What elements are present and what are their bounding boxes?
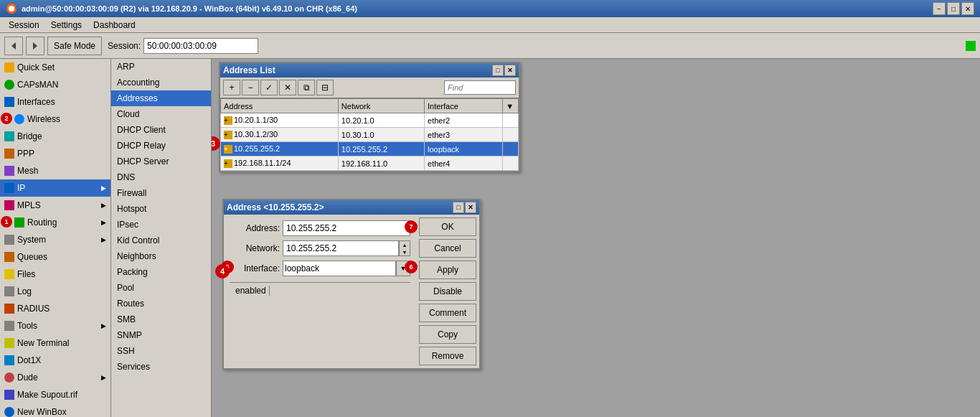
row-status-icon: +: [224, 159, 232, 168]
submenu-pool[interactable]: Pool: [111, 280, 211, 296]
submenu-ssh[interactable]: SSH: [111, 343, 211, 359]
content-area: 3 Address List □ ✕ + − ✓ ✕ ⧉ ⊟: [212, 59, 980, 417]
sidebar-item-new-winbox[interactable]: New WinBox: [0, 403, 110, 417]
menu-bar: Session Settings Dashboard: [0, 17, 980, 33]
submenu-cloud[interactable]: Cloud: [111, 106, 211, 122]
sidebar-item-dude[interactable]: Dude ▶: [0, 369, 110, 386]
address-label: Address:: [230, 223, 280, 233]
sidebar-item-quick-set[interactable]: Quick Set: [0, 59, 110, 76]
submenu-routes[interactable]: Routes: [111, 296, 211, 311]
maximize-button[interactable]: □: [947, 2, 960, 15]
sidebar-item-make-supout[interactable]: Make Supout.rif: [0, 386, 110, 403]
table-row[interactable]: +10.30.1.2/30 10.30.1.0 ether3: [221, 128, 519, 142]
sidebar-item-ip[interactable]: IP ▶: [0, 179, 110, 197]
table-row[interactable]: +10.255.255.2 10.255.255.2 loopback: [221, 142, 519, 156]
apply-button[interactable]: Apply: [419, 261, 476, 279]
disable-button[interactable]: Disable: [419, 282, 476, 301]
sidebar-item-routing[interactable]: 1 Routing ▶: [0, 214, 110, 231]
disable-address-button[interactable]: ✕: [279, 80, 296, 95]
sidebar-item-label: System: [17, 235, 98, 245]
network-input[interactable]: [283, 240, 399, 256]
submenu-dns[interactable]: DNS: [111, 169, 211, 185]
sidebar-item-bridge[interactable]: Bridge: [0, 128, 110, 145]
sidebar-item-mesh[interactable]: Mesh: [0, 162, 110, 179]
remove-button[interactable]: Remove: [419, 347, 476, 365]
interface-select[interactable]: loopback ether2 ether3 ether4: [283, 261, 396, 276]
wireless-icon: [14, 114, 24, 124]
submenu-dhcp-relay[interactable]: DHCP Relay: [111, 138, 211, 154]
add-address-button[interactable]: +: [223, 80, 240, 95]
col-dropdown[interactable]: ▼: [503, 99, 519, 113]
col-interface[interactable]: Interface: [425, 99, 503, 113]
sidebar-item-tools[interactable]: Tools ▶: [0, 317, 110, 334]
address-list-maximize-btn[interactable]: □: [492, 65, 504, 76]
back-button[interactable]: [4, 37, 23, 55]
log-icon: [4, 286, 14, 296]
address-table: Address Network Interface ▼ +10.20.1.1/3…: [220, 98, 519, 171]
submenu-neighbors[interactable]: Neighbors: [111, 248, 211, 264]
sidebar-item-new-terminal[interactable]: New Terminal: [0, 334, 110, 352]
address-list-title-buttons: □ ✕: [492, 65, 516, 76]
sidebar-item-files[interactable]: Files: [0, 266, 110, 283]
address-list-toolbar: + − ✓ ✕ ⧉ ⊟: [220, 78, 519, 98]
address-list-close-btn[interactable]: ✕: [504, 65, 516, 76]
col-network[interactable]: Network: [338, 99, 424, 113]
address-list-title-bar[interactable]: Address List □ ✕: [220, 63, 519, 78]
submenu-accounting[interactable]: Accounting: [111, 75, 211, 90]
submenu-firewall[interactable]: Firewall: [111, 185, 211, 201]
address-search-input[interactable]: [444, 80, 516, 95]
sidebar-item-ppp[interactable]: PPP: [0, 145, 110, 162]
submenu-addresses[interactable]: Addresses: [111, 90, 211, 106]
sidebar-item-radius[interactable]: RADIUS: [0, 300, 110, 317]
network-spin-down[interactable]: ▼: [400, 248, 410, 256]
toolbar: Safe Mode Session:: [0, 33, 980, 59]
menu-dashboard[interactable]: Dashboard: [88, 19, 141, 32]
submenu-dhcp-server[interactable]: DHCP Server: [111, 154, 211, 169]
sidebar-item-queues[interactable]: Queues: [0, 248, 110, 266]
comment-button[interactable]: Comment: [419, 304, 476, 322]
address-edit-maximize-btn[interactable]: □: [453, 202, 464, 213]
interface-select-container: loopback ether2 ether3 ether4 ▼: [283, 261, 410, 276]
remove-address-button[interactable]: −: [242, 80, 259, 95]
forward-button[interactable]: [26, 37, 44, 55]
col-address[interactable]: Address: [221, 99, 339, 113]
network-field-row: Network: ▲ ▼: [230, 240, 410, 256]
submenu-dhcp-client[interactable]: DHCP Client: [111, 122, 211, 138]
submenu-hotspot[interactable]: Hotspot: [111, 201, 211, 217]
sidebar-item-system[interactable]: System ▶: [0, 231, 110, 248]
copy-address-button[interactable]: ⧉: [298, 80, 315, 95]
cell-extra: [503, 113, 519, 128]
menu-session[interactable]: Session: [3, 19, 45, 32]
sidebar-item-interfaces[interactable]: Interfaces: [0, 93, 110, 111]
menu-settings[interactable]: Settings: [45, 19, 88, 32]
filter-button[interactable]: ⊟: [316, 80, 334, 95]
cancel-button[interactable]: Cancel: [419, 239, 476, 258]
submenu-ipsec[interactable]: IPsec: [111, 217, 211, 233]
ok-button[interactable]: OK: [419, 217, 476, 236]
address-input[interactable]: [283, 220, 410, 236]
submenu-arp[interactable]: ARP: [111, 59, 211, 75]
submenu-smb[interactable]: SMB: [111, 311, 211, 327]
session-input[interactable]: [143, 38, 258, 54]
safe-mode-button[interactable]: Safe Mode: [47, 37, 102, 55]
sidebar-item-label: RADIUS: [17, 304, 106, 314]
copy-button[interactable]: Copy: [419, 325, 476, 344]
submenu-services[interactable]: Services: [111, 359, 211, 375]
submenu-snmp[interactable]: SNMP: [111, 327, 211, 343]
submenu-packing[interactable]: Packing: [111, 264, 211, 280]
submenu-kid-control[interactable]: Kid Control: [111, 233, 211, 248]
sidebar-item-wireless[interactable]: 2 Wireless: [0, 111, 110, 128]
sidebar-item-dot1x[interactable]: Dot1X: [0, 352, 110, 369]
network-spin-up[interactable]: ▲: [400, 241, 410, 248]
enable-address-button[interactable]: ✓: [260, 80, 278, 95]
address-edit-title-bar[interactable]: Address <10.255.255.2> □ ✕: [224, 200, 479, 215]
sidebar-item-mpls[interactable]: MPLS ▶: [0, 197, 110, 214]
address-edit-close-btn[interactable]: ✕: [465, 202, 476, 213]
sidebar-item-capsman[interactable]: CAPsMAN: [0, 76, 110, 93]
table-row[interactable]: +10.20.1.1/30 10.20.1.0 ether2: [221, 113, 519, 128]
table-row[interactable]: +192.168.11.1/24 192.168.11.0 ether4: [221, 156, 519, 171]
close-button[interactable]: ✕: [961, 2, 974, 15]
sidebar-item-log[interactable]: Log: [0, 283, 110, 300]
minimize-button[interactable]: −: [933, 2, 946, 15]
sidebar-item-label: Mesh: [17, 166, 106, 176]
